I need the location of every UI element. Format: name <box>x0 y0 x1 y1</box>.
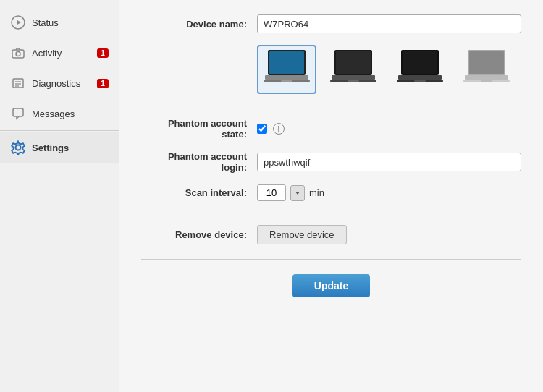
phantom-account-login-value <box>257 153 521 171</box>
remove-device-button[interactable]: Remove device <box>257 225 347 244</box>
scan-interval-row: Scan interval: min <box>141 184 521 201</box>
svg-rect-18 <box>348 80 359 82</box>
device-name-label: Device name: <box>141 19 257 30</box>
svg-point-8 <box>16 145 21 150</box>
scan-interval-label: Scan interval: <box>141 187 257 198</box>
gear-icon <box>10 140 26 155</box>
phantom-account-state-row: Phantom account state: i <box>141 118 521 140</box>
update-section: Update <box>141 259 521 297</box>
svg-rect-28 <box>481 80 492 82</box>
main-content: Device name: <box>119 0 543 392</box>
laptop1-svg <box>261 48 313 90</box>
sidebar-item-settings[interactable]: Settings <box>0 132 119 163</box>
device-name-input[interactable] <box>257 14 521 33</box>
laptop2-svg <box>327 48 379 90</box>
sidebar-item-activity[interactable]: Activity 1 <box>0 38 119 68</box>
svg-rect-20 <box>403 51 437 74</box>
sidebar-item-diagnostics[interactable]: Diagnostics 1 <box>0 68 119 98</box>
remove-device-section: Remove device: Remove device <box>141 225 521 244</box>
sidebar-item-status-label: Status <box>32 17 109 28</box>
phantom-info-icon[interactable]: i <box>273 123 285 135</box>
scan-interval-value: min <box>257 184 521 201</box>
sidebar-divider <box>0 130 119 131</box>
update-button[interactable]: Update <box>292 274 370 297</box>
laptop4-svg <box>460 48 513 90</box>
remove-device-row: Remove device: Remove device <box>141 225 521 244</box>
sidebar-item-messages[interactable]: Messages <box>0 98 119 129</box>
svg-rect-15 <box>336 51 371 74</box>
play-circle-icon <box>10 14 26 30</box>
sidebar-item-diagnostics-label: Diagnostics <box>32 78 97 89</box>
camera-icon <box>10 45 26 61</box>
device-icon-laptop3[interactable] <box>390 45 450 94</box>
sidebar-item-activity-label: Activity <box>32 48 97 59</box>
scan-interval-input[interactable] <box>257 184 286 201</box>
scan-interval-dropdown[interactable] <box>290 185 305 201</box>
svg-rect-13 <box>281 80 292 82</box>
device-name-value <box>257 14 521 33</box>
divider2 <box>141 213 521 213</box>
phantom-account-state-checkbox[interactable] <box>257 124 267 134</box>
svg-marker-29 <box>295 192 300 195</box>
sidebar-item-messages-label: Messages <box>32 108 109 119</box>
sidebar-item-settings-label: Settings <box>32 142 109 153</box>
phantom-account-login-input[interactable] <box>257 153 521 171</box>
svg-rect-11 <box>265 75 308 80</box>
device-name-row: Device name: <box>141 14 521 33</box>
svg-rect-2 <box>12 50 24 58</box>
list-icon <box>10 75 26 91</box>
phantom-account-login-label: Phantom account login: <box>141 151 257 173</box>
device-icon-laptop4[interactable] <box>457 45 516 94</box>
phantom-account-state-value: i <box>257 123 521 135</box>
remove-device-label: Remove device: <box>141 229 257 240</box>
sidebar: Status Activity 1 Diagnostics 1 <box>0 0 119 392</box>
divider1 <box>141 106 521 106</box>
scan-interval-unit: min <box>309 187 324 198</box>
svg-point-3 <box>16 52 20 56</box>
svg-rect-16 <box>332 75 375 80</box>
activity-badge: 1 <box>97 48 109 58</box>
chat-icon <box>10 106 26 122</box>
phantom-account-state-label: Phantom account state: <box>141 118 257 140</box>
phantom-account-login-row: Phantom account login: <box>141 151 521 173</box>
svg-rect-25 <box>469 51 504 74</box>
sidebar-item-status[interactable]: Status <box>0 7 119 38</box>
svg-rect-23 <box>414 80 426 82</box>
remove-device-value: Remove device <box>257 225 521 244</box>
device-icon-laptop2[interactable] <box>324 45 383 94</box>
chevron-down-icon <box>294 189 301 197</box>
svg-rect-21 <box>398 75 442 80</box>
device-icon-laptop1[interactable] <box>257 45 316 94</box>
svg-rect-26 <box>465 75 508 80</box>
diagnostics-badge: 1 <box>97 79 109 88</box>
svg-rect-10 <box>269 51 304 74</box>
svg-marker-1 <box>17 20 21 25</box>
device-icons-row <box>141 45 521 94</box>
laptop3-svg <box>394 48 446 90</box>
